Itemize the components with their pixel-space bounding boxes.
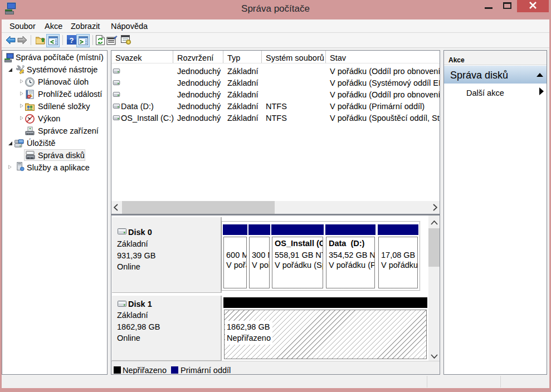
svg-text:?: ? xyxy=(70,36,74,45)
